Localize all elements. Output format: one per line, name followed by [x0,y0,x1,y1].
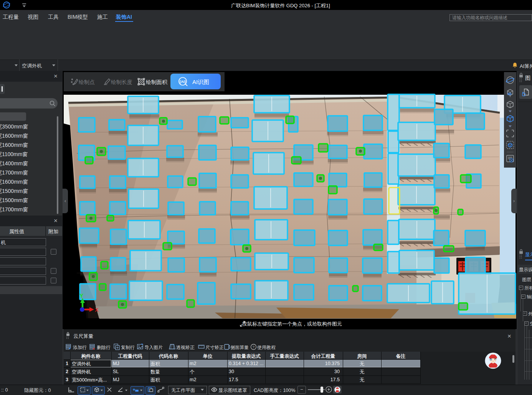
svg-text:(AI): (AI) [180,79,186,84]
svg-text:3D: 3D [507,92,512,96]
svg-text:Y: Y [79,292,83,299]
svg-text:X: X [95,306,99,313]
svg-text:?: ? [253,345,254,349]
